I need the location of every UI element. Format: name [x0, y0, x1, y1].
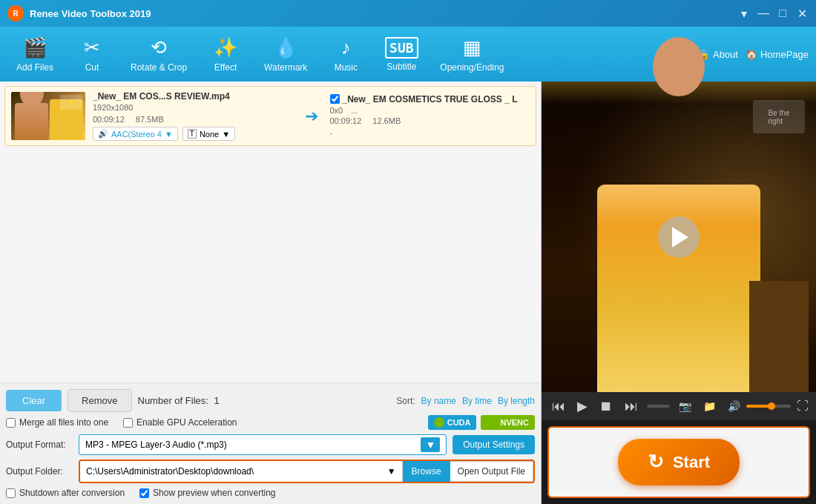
file-count-label: Number of Files: 1 — [138, 395, 220, 406]
subtitle-sel-icon: T — [188, 129, 197, 139]
merge-checkbox[interactable] — [6, 418, 16, 428]
prev-button[interactable]: ⏮ — [549, 397, 568, 416]
toolbar-item-opening-ending[interactable]: ▦ Opening/Ending — [431, 33, 513, 76]
title-bar: R Renee Video Toolbox 2019 ▾ — □ ✕ — [0, 0, 816, 27]
wifi-icon[interactable]: ▾ — [737, 7, 751, 20]
toolbar-right: 🔒 About 🏠 HomePage — [698, 49, 809, 60]
watermark-label: Watermark — [264, 62, 307, 73]
clear-button[interactable]: Clear — [6, 390, 62, 411]
output-folder-label: Output Folder: — [6, 466, 73, 477]
opening-ending-label: Opening/Ending — [440, 62, 504, 73]
merge-checkbox-item: Merge all files into one — [6, 417, 108, 428]
toolbar-item-add-files[interactable]: 🎬 Add Files — [7, 33, 62, 76]
output-folder-row: Output Folder: C:\Users\Administrator\De… — [6, 460, 535, 483]
about-button[interactable]: 🔒 About — [698, 49, 738, 60]
sort-by-length[interactable]: By length — [498, 396, 535, 406]
close-button[interactable]: ✕ — [795, 7, 809, 20]
shutdown-checkbox-item: Shutdown after conversion — [6, 488, 125, 498]
music-icon: ♪ — [341, 36, 351, 59]
play-button-overlay[interactable] — [658, 216, 700, 258]
file-thumbnail: 🌟 — [11, 92, 85, 140]
sort-options: By name By time By length — [421, 396, 535, 406]
start-area: ↻ Start — [547, 426, 810, 498]
audio-arrow: ▼ — [165, 130, 173, 139]
maximize-button[interactable]: □ — [776, 7, 789, 20]
toolbar-item-watermark[interactable]: 💧 Watermark — [255, 33, 316, 76]
cuda-badge: CUDA — [428, 415, 477, 430]
left-panel: 🌟 _New_ EM COS...S REVIEW.mp4 1920x1080 … — [0, 82, 542, 504]
cut-icon: ✂ — [84, 36, 100, 59]
output-filename: _New_ EM COSMETICS TRUE GLOSS _ L — [343, 94, 518, 105]
toolbar-item-effect[interactable]: ✨ Effect — [200, 33, 251, 76]
progress-bar[interactable] — [647, 405, 670, 408]
preview-label: Show preview when converting — [153, 488, 275, 498]
folder-path-arrow: ▼ — [387, 466, 396, 477]
start-button[interactable]: ↻ Start — [618, 439, 740, 485]
toolbar-item-cut[interactable]: ✂ Cut — [66, 33, 118, 76]
video-preview: Be theright — [542, 82, 816, 392]
nvenc-badge: NVENC — [481, 415, 535, 430]
output-format-value: MP3 - MPEG Layer-3 Audio (*.mp3) — [85, 440, 421, 450]
right-panel: Be theright ⏮ ▶ ⏹ ⏭ 📷 📁 — [542, 82, 816, 504]
output-format-arrow: ▼ — [421, 437, 440, 452]
volume-button[interactable]: 🔊 — [725, 399, 743, 414]
browse-button[interactable]: Browse — [403, 461, 450, 482]
toolbar-item-music[interactable]: ♪ Music — [320, 33, 372, 76]
output-resolution: 0x0 ... — [330, 106, 530, 115]
output-checkbox[interactable] — [330, 94, 340, 104]
speaker-icon: 🔊 — [98, 129, 108, 139]
shutdown-preview-row: Shutdown after conversion Show preview w… — [6, 488, 535, 498]
stop-button[interactable]: ⏹ — [596, 397, 616, 416]
opening-ending-icon: ▦ — [463, 36, 481, 59]
action-row: Clear Remove Number of Files: 1 Sort: By… — [6, 389, 535, 412]
open-output-button[interactable]: Open Output File — [450, 461, 533, 482]
merge-label: Merge all files into one — [19, 417, 108, 428]
input-file-info: _New_ EM COS...S REVIEW.mp4 1920x1080 00… — [93, 91, 293, 141]
output-format-row: Output Format: MP3 - MPEG Layer-3 Audio … — [6, 434, 535, 455]
refresh-icon: ↻ — [648, 451, 664, 474]
preview-checkbox[interactable] — [139, 488, 149, 498]
output-size: 12.6MB — [372, 116, 401, 125]
output-format-select[interactable]: MP3 - MPEG Layer-3 Audio (*.mp3) ▼ — [79, 434, 447, 455]
shelf-right — [749, 281, 809, 392]
gpu-checkbox[interactable] — [123, 418, 133, 428]
homepage-button[interactable]: 🏠 HomePage — [746, 49, 809, 60]
subtitle-icon: SUB — [385, 37, 418, 59]
output-format-label: Output Format: — [6, 440, 73, 450]
screenshot-button[interactable]: 📷 — [676, 399, 694, 414]
next-button[interactable]: ⏭ — [622, 397, 641, 416]
output-detail-row: 00:09:12 12.6MB — [330, 115, 530, 125]
homepage-label: HomePage — [760, 49, 809, 60]
subtitle-selector[interactable]: T None ▼ — [182, 127, 235, 141]
output-folder-group: C:\Users\Administrator\Desktop\download\… — [79, 460, 535, 483]
app-logo: R — [7, 5, 24, 21]
input-detail-row: 00:09:12 87.5MB — [93, 113, 293, 124]
folder-button[interactable]: 📁 — [700, 399, 719, 414]
audio-selector[interactable]: 🔊 AAC(Stereo 4 ▼ — [93, 127, 178, 141]
shutdown-checkbox[interactable] — [6, 488, 16, 498]
fullscreen-button[interactable]: ⛶ — [797, 399, 809, 413]
remove-button[interactable]: Remove — [68, 389, 131, 412]
sort-by-time[interactable]: By time — [462, 396, 492, 406]
preview-checkbox-item: Show preview when converting — [139, 488, 275, 498]
minimize-button[interactable]: — — [757, 7, 770, 20]
toolbar-item-subtitle[interactable]: SUB Subtitle — [375, 33, 427, 76]
about-label: About — [713, 49, 738, 60]
effect-icon: ✨ — [214, 36, 237, 59]
sort-by-name[interactable]: By name — [421, 396, 456, 406]
output-duration: 00:09:12 — [330, 116, 362, 125]
app-title: Renee Video Toolbox 2019 — [30, 8, 737, 19]
toolbar-item-rotate-crop[interactable]: ⟲ Rotate & Crop — [122, 33, 196, 76]
volume-slider[interactable] — [746, 405, 791, 408]
main-content: 🌟 _New_ EM COS...S REVIEW.mp4 1920x1080 … — [0, 82, 816, 504]
home-icon: 🏠 — [746, 49, 757, 60]
output-settings-button[interactable]: Output Settings — [453, 435, 535, 454]
shutdown-label: Shutdown after conversion — [19, 488, 125, 498]
volume-area: 🔊 — [725, 399, 791, 414]
input-controls: 🔊 AAC(Stereo 4 ▼ T None ▼ — [93, 127, 293, 141]
gpu-badges: CUDA NVENC — [428, 415, 535, 430]
play-pause-button[interactable]: ▶ — [574, 397, 590, 416]
audio-value: AAC(Stereo 4 — [111, 130, 162, 139]
input-size: 87.5MB — [136, 115, 164, 124]
folder-path-input[interactable]: C:\Users\Administrator\Desktop\download\… — [80, 461, 403, 482]
